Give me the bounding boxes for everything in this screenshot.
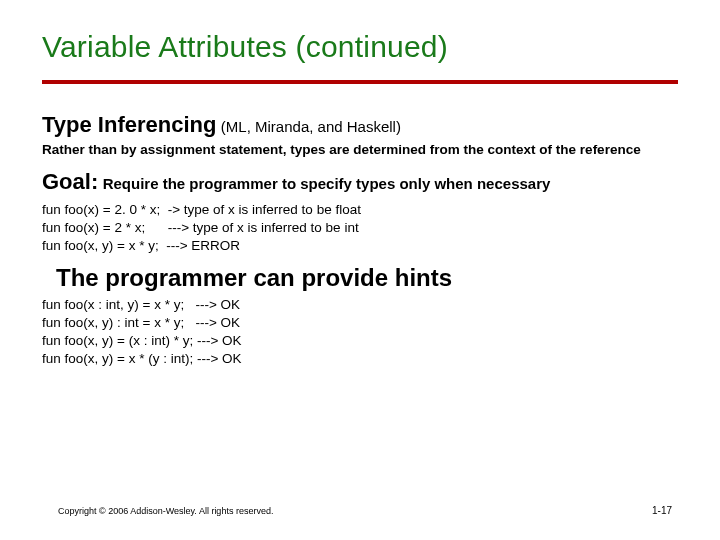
type-inferencing-heading: Type Inferencing (42, 112, 216, 137)
goal-heading: Goal: (42, 169, 98, 194)
slide-title: Variable Attributes (continued) (42, 30, 448, 64)
type-inferencing-heading-line: Type Inferencing (ML, Miranda, and Haske… (42, 112, 678, 138)
type-inferencing-languages: (ML, Miranda, and Haskell) (221, 118, 401, 135)
slide-body: Type Inferencing (ML, Miranda, and Haske… (42, 112, 678, 368)
code-example-2: fun foo(x : int, y) = x * y; ---> OK fun… (42, 296, 678, 369)
hints-heading: The programmer can provide hints (56, 264, 678, 292)
goal-text-content: Require the programmer to specify types … (103, 175, 551, 192)
title-rule (42, 80, 678, 84)
slide: Variable Attributes (continued) Type Inf… (0, 0, 720, 540)
copyright-text: Copyright © 2006 Addison-Wesley. All rig… (58, 506, 273, 516)
type-inferencing-description: Rather than by assignment statement, typ… (42, 142, 678, 159)
page-number: 1-17 (652, 505, 672, 516)
code-example-1: fun foo(x) = 2. 0 * x; -> type of x is i… (42, 201, 678, 256)
goal-line: Goal: Require the programmer to specify … (42, 169, 678, 195)
